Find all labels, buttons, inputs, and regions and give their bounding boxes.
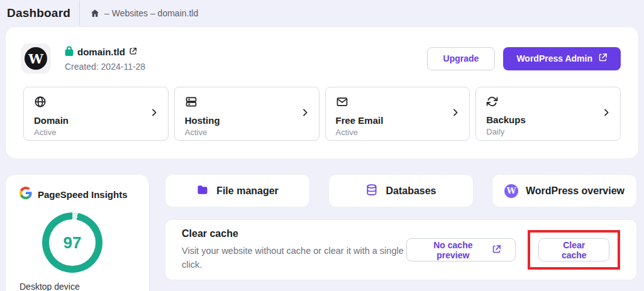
quick-link-label: Databases <box>386 185 436 197</box>
pagespeed-gauge: 97 <box>42 212 103 273</box>
wordpress-logo-icon: W <box>25 47 47 70</box>
clear-cache-section: Clear cache Visit your website without c… <box>165 219 637 280</box>
no-cache-preview-label: No cache preview <box>421 240 485 260</box>
chevron-right-icon <box>300 107 310 120</box>
service-card-domain[interactable]: Domain Active <box>23 87 169 141</box>
server-icon <box>185 99 197 110</box>
clear-cache-title: Clear cache <box>182 228 406 239</box>
service-status: Active <box>34 128 158 137</box>
quick-link-label: File manager <box>216 185 279 197</box>
site-domain: domain.tld <box>77 47 125 57</box>
service-card-hosting[interactable]: Hosting Active <box>174 87 319 141</box>
top-bar: Dashboard – Websites – domain.tld <box>0 0 644 26</box>
pagespeed-score: 97 <box>49 219 96 266</box>
chevron-right-icon <box>601 107 611 120</box>
file-manager-button[interactable]: File manager <box>165 174 310 207</box>
site-overview-card: W domain.tld Created: 2024-11- <box>5 26 639 159</box>
ssl-lock-icon <box>65 46 74 58</box>
right-column: File manager Databases W WordPress overv… <box>165 174 637 280</box>
clear-cache-description: Visit your website without cache or clea… <box>182 244 406 272</box>
upgrade-button[interactable]: Upgrade <box>427 47 496 70</box>
no-cache-preview-button[interactable]: No cache preview <box>406 238 516 261</box>
clear-cache-button[interactable]: Clear cache <box>538 238 609 261</box>
service-title: Hosting <box>185 115 309 126</box>
external-link-icon <box>492 244 501 256</box>
page-title: Dashboard <box>7 6 70 20</box>
site-created-date: Created: 2024-11-28 <box>65 62 145 72</box>
wordpress-overview-button[interactable]: W WordPress overview <box>492 174 637 207</box>
chevron-right-icon <box>149 107 159 120</box>
envelope-icon <box>336 99 348 110</box>
google-logo-icon <box>19 187 32 202</box>
databases-button[interactable]: Databases <box>328 174 474 207</box>
pagespeed-device: Desktop device <box>19 282 135 291</box>
divider <box>79 1 80 26</box>
service-title: Backups <box>486 114 610 125</box>
service-card-backups[interactable]: Backups Daily <box>475 87 621 141</box>
breadcrumb-text: – Websites – domain.tld <box>104 8 198 18</box>
service-status: Active <box>336 128 460 137</box>
pagespeed-card: PageSpeed Insights 97 Desktop device Las… <box>5 174 150 291</box>
external-link-icon[interactable] <box>129 47 137 58</box>
folder-icon <box>196 184 209 199</box>
chevron-right-icon <box>450 107 460 120</box>
service-status: Daily <box>486 127 610 136</box>
service-status: Active <box>185 128 309 137</box>
wordpress-admin-label: WordPress Admin <box>516 53 592 63</box>
service-card-free-email[interactable]: Free Email Active <box>325 87 470 141</box>
quick-link-label: WordPress overview <box>526 185 625 197</box>
wordpress-admin-button[interactable]: WordPress Admin <box>503 47 621 70</box>
pagespeed-title: PageSpeed Insights <box>38 189 128 200</box>
globe-icon <box>34 99 47 110</box>
external-link-icon <box>598 53 608 64</box>
annotation-highlight-box: Clear cache <box>528 230 620 270</box>
refresh-icon <box>486 99 498 109</box>
wordpress-avatar: W <box>21 43 51 74</box>
service-title: Free Email <box>336 115 460 126</box>
database-icon <box>365 184 378 199</box>
breadcrumb[interactable]: – Websites – domain.tld <box>90 8 198 18</box>
service-title: Domain <box>34 115 158 126</box>
home-icon[interactable] <box>90 8 100 18</box>
wordpress-icon: W <box>504 184 518 198</box>
